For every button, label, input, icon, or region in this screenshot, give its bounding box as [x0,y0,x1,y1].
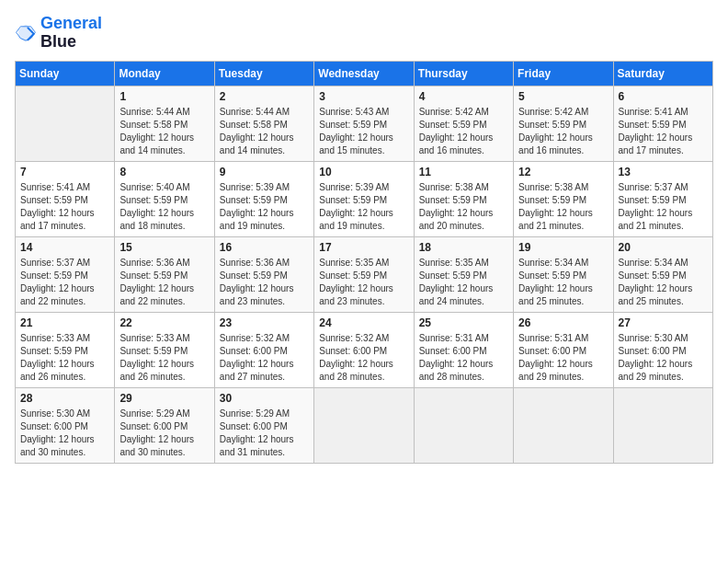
calendar-cell: 20 Sunrise: 5:34 AM Sunset: 5:59 PM Dayl… [613,236,712,312]
day-number: 9 [220,166,309,178]
calendar-cell: 24 Sunrise: 5:32 AM Sunset: 6:00 PM Dayl… [314,312,414,387]
weekday-header: Thursday [414,61,513,86]
weekday-header: Monday [115,61,214,86]
calendar-cell: 16 Sunrise: 5:36 AM Sunset: 5:59 PM Dayl… [214,236,313,312]
day-number: 23 [220,316,309,329]
weekday-header: Wednesday [314,61,414,86]
calendar-cell: 7 Sunrise: 5:41 AM Sunset: 5:59 PM Dayli… [16,161,115,236]
calendar-cell [314,387,414,463]
weekday-header: Friday [514,61,613,86]
day-number: 13 [619,166,708,178]
calendar-cell: 2 Sunrise: 5:44 AM Sunset: 5:58 PM Dayli… [214,86,313,161]
day-info: Sunrise: 5:37 AM Sunset: 5:59 PM Dayligh… [20,257,109,308]
day-number: 18 [419,241,508,254]
calendar-cell [16,86,115,161]
calendar-cell: 14 Sunrise: 5:37 AM Sunset: 5:59 PM Dayl… [16,236,115,312]
calendar-body: 1 Sunrise: 5:44 AM Sunset: 5:58 PM Dayli… [16,86,713,463]
day-number: 12 [518,166,608,178]
day-number: 2 [220,90,309,103]
day-number: 30 [220,392,309,405]
day-info: Sunrise: 5:33 AM Sunset: 5:59 PM Dayligh… [119,332,209,384]
day-number: 11 [419,166,508,178]
day-number: 29 [119,392,209,405]
calendar-row: 1 Sunrise: 5:44 AM Sunset: 5:58 PM Dayli… [16,86,713,161]
calendar-row: 7 Sunrise: 5:41 AM Sunset: 5:59 PM Dayli… [16,161,713,236]
day-number: 27 [619,316,708,329]
day-info: Sunrise: 5:32 AM Sunset: 6:00 PM Dayligh… [220,332,309,384]
calendar-table: SundayMondayTuesdayWednesdayThursdayFrid… [15,61,713,464]
day-info: Sunrise: 5:29 AM Sunset: 6:00 PM Dayligh… [119,408,209,459]
calendar-row: 28 Sunrise: 5:30 AM Sunset: 6:00 PM Dayl… [16,387,713,463]
calendar-cell: 30 Sunrise: 5:29 AM Sunset: 6:00 PM Dayl… [214,387,313,463]
calendar-cell: 3 Sunrise: 5:43 AM Sunset: 5:59 PM Dayli… [314,86,414,161]
calendar-cell: 27 Sunrise: 5:30 AM Sunset: 6:00 PM Dayl… [613,312,712,387]
day-info: Sunrise: 5:35 AM Sunset: 5:59 PM Dayligh… [319,257,408,308]
day-number: 15 [119,241,209,254]
day-number: 20 [619,241,708,254]
day-info: Sunrise: 5:33 AM Sunset: 5:59 PM Dayligh… [20,332,109,384]
day-info: Sunrise: 5:34 AM Sunset: 5:59 PM Dayligh… [518,257,608,308]
calendar-cell: 9 Sunrise: 5:39 AM Sunset: 5:59 PM Dayli… [214,161,313,236]
calendar-cell [613,387,712,463]
calendar-cell: 6 Sunrise: 5:41 AM Sunset: 5:59 PM Dayli… [613,86,712,161]
day-number: 6 [619,90,708,103]
day-number: 17 [319,241,408,254]
day-info: Sunrise: 5:34 AM Sunset: 5:59 PM Dayligh… [619,257,708,308]
calendar-cell: 25 Sunrise: 5:31 AM Sunset: 6:00 PM Dayl… [414,312,513,387]
day-info: Sunrise: 5:43 AM Sunset: 5:59 PM Dayligh… [319,106,408,157]
calendar-header: SundayMondayTuesdayWednesdayThursdayFrid… [16,61,713,86]
day-number: 4 [419,90,508,103]
calendar-cell: 22 Sunrise: 5:33 AM Sunset: 5:59 PM Dayl… [115,312,214,387]
day-number: 10 [319,166,408,178]
day-info: Sunrise: 5:44 AM Sunset: 5:58 PM Dayligh… [220,106,309,157]
page-header: GeneralBlue [15,15,713,52]
day-info: Sunrise: 5:44 AM Sunset: 5:58 PM Dayligh… [119,106,209,157]
calendar-cell: 17 Sunrise: 5:35 AM Sunset: 5:59 PM Dayl… [314,236,414,312]
day-number: 21 [20,316,109,329]
day-number: 3 [319,90,408,103]
day-info: Sunrise: 5:41 AM Sunset: 5:59 PM Dayligh… [20,181,109,233]
day-info: Sunrise: 5:31 AM Sunset: 6:00 PM Dayligh… [518,332,608,384]
day-info: Sunrise: 5:40 AM Sunset: 5:59 PM Dayligh… [119,181,209,233]
weekday-header: Tuesday [214,61,313,86]
calendar-cell: 12 Sunrise: 5:38 AM Sunset: 5:59 PM Dayl… [514,161,613,236]
logo: GeneralBlue [15,15,102,52]
weekday-header: Sunday [16,61,115,86]
calendar-cell: 13 Sunrise: 5:37 AM Sunset: 5:59 PM Dayl… [613,161,712,236]
day-number: 1 [119,90,209,103]
day-info: Sunrise: 5:39 AM Sunset: 5:59 PM Dayligh… [220,181,309,233]
calendar-cell: 23 Sunrise: 5:32 AM Sunset: 6:00 PM Dayl… [214,312,313,387]
calendar-cell: 29 Sunrise: 5:29 AM Sunset: 6:00 PM Dayl… [115,387,214,463]
day-info: Sunrise: 5:30 AM Sunset: 6:00 PM Dayligh… [20,408,109,459]
calendar-cell: 10 Sunrise: 5:39 AM Sunset: 5:59 PM Dayl… [314,161,414,236]
calendar-cell: 18 Sunrise: 5:35 AM Sunset: 5:59 PM Dayl… [414,236,513,312]
day-info: Sunrise: 5:29 AM Sunset: 6:00 PM Dayligh… [220,408,309,459]
day-number: 24 [319,316,408,329]
calendar-cell: 11 Sunrise: 5:38 AM Sunset: 5:59 PM Dayl… [414,161,513,236]
day-number: 25 [419,316,508,329]
day-info: Sunrise: 5:38 AM Sunset: 5:59 PM Dayligh… [419,181,508,233]
calendar-cell: 1 Sunrise: 5:44 AM Sunset: 5:58 PM Dayli… [115,86,214,161]
day-info: Sunrise: 5:41 AM Sunset: 5:59 PM Dayligh… [619,106,708,157]
logo-icon [15,22,37,44]
day-info: Sunrise: 5:38 AM Sunset: 5:59 PM Dayligh… [518,181,608,233]
calendar-cell: 21 Sunrise: 5:33 AM Sunset: 5:59 PM Dayl… [16,312,115,387]
day-number: 7 [20,166,109,178]
calendar-cell: 15 Sunrise: 5:36 AM Sunset: 5:59 PM Dayl… [115,236,214,312]
day-info: Sunrise: 5:42 AM Sunset: 5:59 PM Dayligh… [419,106,508,157]
weekday-header: Saturday [613,61,712,86]
day-number: 8 [119,166,209,178]
day-number: 5 [518,90,608,103]
day-info: Sunrise: 5:36 AM Sunset: 5:59 PM Dayligh… [220,257,309,308]
day-info: Sunrise: 5:31 AM Sunset: 6:00 PM Dayligh… [419,332,508,384]
day-number: 26 [518,316,608,329]
calendar-cell [414,387,513,463]
calendar-row: 14 Sunrise: 5:37 AM Sunset: 5:59 PM Dayl… [16,236,713,312]
calendar-cell: 28 Sunrise: 5:30 AM Sunset: 6:00 PM Dayl… [16,387,115,463]
calendar-cell: 8 Sunrise: 5:40 AM Sunset: 5:59 PM Dayli… [115,161,214,236]
day-number: 19 [518,241,608,254]
calendar-cell: 4 Sunrise: 5:42 AM Sunset: 5:59 PM Dayli… [414,86,513,161]
day-number: 22 [119,316,209,329]
calendar-cell [514,387,613,463]
day-info: Sunrise: 5:30 AM Sunset: 6:00 PM Dayligh… [619,332,708,384]
